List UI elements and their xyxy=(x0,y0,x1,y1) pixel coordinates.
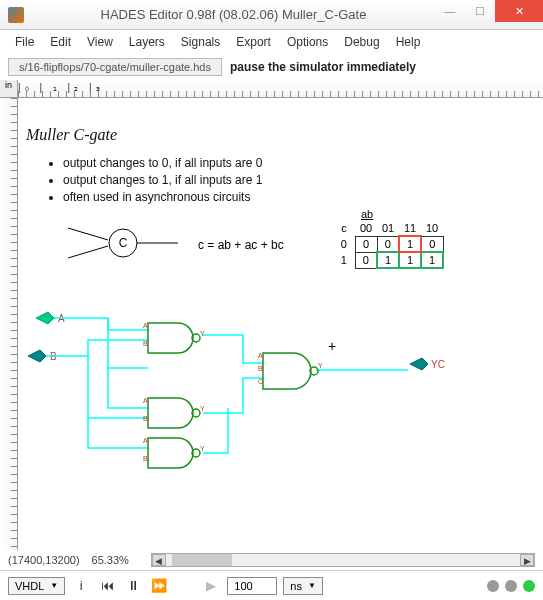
svg-text:B: B xyxy=(143,340,148,347)
port-yc[interactable] xyxy=(410,358,428,370)
svg-text:Y: Y xyxy=(200,330,205,337)
titlebar: HADES Editor 0.98f (08.02.06) Muller_C-G… xyxy=(0,0,543,30)
scroll-left-arrow-icon[interactable]: ◀ xyxy=(152,554,166,566)
description-list: output changes to 0, if all inputs are 0… xyxy=(63,153,262,207)
info-button[interactable]: i xyxy=(71,576,91,596)
chevron-down-icon: ▼ xyxy=(50,581,58,590)
ruler-unit: in xyxy=(0,80,18,98)
java-icon xyxy=(8,7,24,23)
svg-text:YC: YC xyxy=(431,359,445,370)
menu-signals[interactable]: Signals xyxy=(176,33,225,51)
menu-debug[interactable]: Debug xyxy=(339,33,384,51)
port-a[interactable] xyxy=(36,312,54,324)
file-path-tab[interactable]: s/16-flipflops/70-cgate/muller-cgate.hds xyxy=(8,58,222,76)
pause-button[interactable]: ⏸ xyxy=(123,576,143,596)
menu-options[interactable]: Options xyxy=(282,33,333,51)
status-led-1 xyxy=(487,580,499,592)
port-b[interactable] xyxy=(28,350,46,362)
svg-text:A: A xyxy=(143,437,148,444)
editor-area: in Muller C-gate output changes to 0, if… xyxy=(0,80,543,550)
svg-line-1 xyxy=(68,246,108,258)
svg-text:B: B xyxy=(143,415,148,422)
svg-text:A: A xyxy=(143,397,148,404)
svg-text:B: B xyxy=(143,455,148,462)
karnaugh-map: ab c 00 01 11 10 0 0 0 1 xyxy=(333,208,444,269)
language-select[interactable]: VHDL▼ xyxy=(8,577,65,595)
menu-layers[interactable]: Layers xyxy=(124,33,170,51)
menu-edit[interactable]: Edit xyxy=(45,33,76,51)
simulation-toolbar: VHDL▼ i ⏮ ⏸ ⏩ ▶ ns▼ xyxy=(0,570,543,600)
app-window: HADES Editor 0.98f (08.02.06) Muller_C-G… xyxy=(0,0,543,600)
time-unit-select[interactable]: ns▼ xyxy=(283,577,323,595)
svg-text:C: C xyxy=(258,378,263,385)
schematic-title: Muller C-gate xyxy=(26,126,117,144)
horizontal-scrollbar[interactable]: ◀ ▶ xyxy=(151,553,535,567)
horizontal-ruler xyxy=(18,80,543,98)
play-button[interactable]: ▶ xyxy=(201,576,221,596)
zoom-readout: 65.33% xyxy=(92,554,129,566)
boolean-formula: c = ab + ac + bc xyxy=(198,238,284,252)
menu-help[interactable]: Help xyxy=(391,33,426,51)
svg-line-0 xyxy=(68,228,108,240)
menu-export[interactable]: Export xyxy=(231,33,276,51)
svg-text:Y: Y xyxy=(318,362,323,369)
logic-circuit[interactable]: A B xyxy=(28,308,458,488)
toolbar-status-message: pause the simulator immediately xyxy=(230,60,416,74)
schematic-canvas[interactable]: Muller C-gate output changes to 0, if al… xyxy=(18,98,543,550)
window-title: HADES Editor 0.98f (08.02.06) Muller_C-G… xyxy=(32,7,435,22)
bullet-item: often used in asynchronous circuits xyxy=(63,190,262,204)
coords-readout: (17400,13200) xyxy=(8,554,80,566)
fast-forward-button[interactable]: ⏩ xyxy=(149,576,169,596)
rewind-button[interactable]: ⏮ xyxy=(97,576,117,596)
scrollbar-thumb[interactable] xyxy=(172,554,232,566)
toolbar: s/16-flipflops/70-cgate/muller-cgate.hds… xyxy=(0,54,543,80)
vertical-ruler xyxy=(0,98,18,550)
c-gate-symbol: C xyxy=(68,218,178,268)
bullet-item: output changes to 1, if all inputs are 1 xyxy=(63,173,262,187)
menu-file[interactable]: File xyxy=(10,33,39,51)
status-led-2 xyxy=(505,580,517,592)
minimize-button[interactable]: — xyxy=(435,0,465,22)
chevron-down-icon: ▼ xyxy=(308,581,316,590)
svg-text:B: B xyxy=(258,365,263,372)
menu-view[interactable]: View xyxy=(82,33,118,51)
close-button[interactable]: ✕ xyxy=(495,0,543,22)
svg-text:Y: Y xyxy=(200,445,205,452)
svg-text:Y: Y xyxy=(200,405,205,412)
maximize-button[interactable]: ☐ xyxy=(465,0,495,22)
svg-text:A: A xyxy=(258,352,263,359)
status-led-3 xyxy=(523,580,535,592)
bullet-item: output changes to 0, if all inputs are 0 xyxy=(63,156,262,170)
status-bar: (17400,13200) 65.33% ◀ ▶ xyxy=(0,550,543,570)
scroll-right-arrow-icon[interactable]: ▶ xyxy=(520,554,534,566)
time-input[interactable] xyxy=(227,577,277,595)
svg-text:A: A xyxy=(143,322,148,329)
svg-text:C: C xyxy=(119,236,128,250)
menubar: File Edit View Layers Signals Export Opt… xyxy=(0,30,543,54)
